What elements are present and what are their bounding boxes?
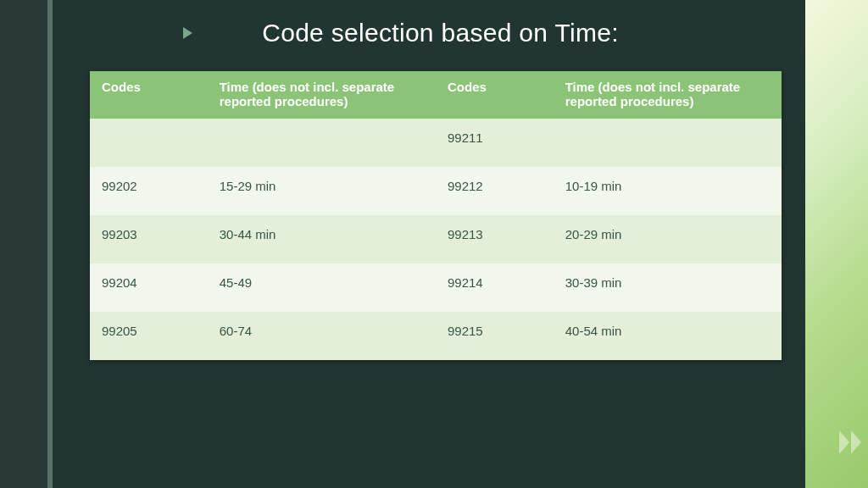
header-time-a: Time (does not incl. separate reported p…: [208, 71, 436, 119]
table-row: 99202 15-29 min 99212 10-19 min: [90, 167, 782, 215]
chevrons-icon: [839, 430, 861, 454]
table-row: 99205 60-74 99215 40-54 min: [90, 312, 782, 360]
cell-code-a: 99202: [90, 167, 208, 215]
cell-code-a: 99203: [90, 215, 208, 263]
slide-title: Code selection based on Time:: [99, 19, 782, 47]
right-gradient-band: [805, 0, 868, 488]
title-row: Code selection based on Time:: [90, 0, 782, 47]
cell-time-a: 60-74: [208, 312, 436, 360]
table-row: 99203 30-44 min 99213 20-29 min: [90, 215, 782, 263]
cell-time-a: 30-44 min: [208, 215, 436, 263]
cell-time-b: 40-54 min: [554, 312, 782, 360]
cell-code-b: 99213: [436, 215, 554, 263]
cell-time-b: 30-39 min: [554, 263, 782, 312]
cell-time-b: [554, 119, 782, 167]
cell-time-b: 20-29 min: [554, 215, 782, 263]
cell-time-a: 45-49: [208, 263, 436, 312]
cell-code-a: 99205: [90, 312, 208, 360]
table-row: 99211: [90, 119, 782, 167]
header-time-b: Time (does not incl. separate reported p…: [554, 71, 782, 119]
cell-time-a: [208, 119, 436, 167]
cell-code-b: 99212: [436, 167, 554, 215]
table-header-row: Codes Time (does not incl. separate repo…: [90, 71, 782, 119]
cell-time-a: 15-29 min: [208, 167, 436, 215]
header-codes-b: Codes: [436, 71, 554, 119]
slide-stage: Code selection based on Time: Codes Time…: [0, 0, 868, 488]
cell-time-b: 10-19 min: [554, 167, 782, 215]
cell-code-a: [90, 119, 208, 167]
cell-code-b: 99215: [436, 312, 554, 360]
cell-code-a: 99204: [90, 263, 208, 312]
table-row: 99204 45-49 99214 30-39 min: [90, 263, 782, 312]
code-time-table: Codes Time (does not incl. separate repo…: [90, 71, 782, 360]
header-codes-a: Codes: [90, 71, 208, 119]
cell-code-b: 99214: [436, 263, 554, 312]
slide-content: Code selection based on Time: Codes Time…: [53, 0, 805, 488]
cell-code-b: 99211: [436, 119, 554, 167]
